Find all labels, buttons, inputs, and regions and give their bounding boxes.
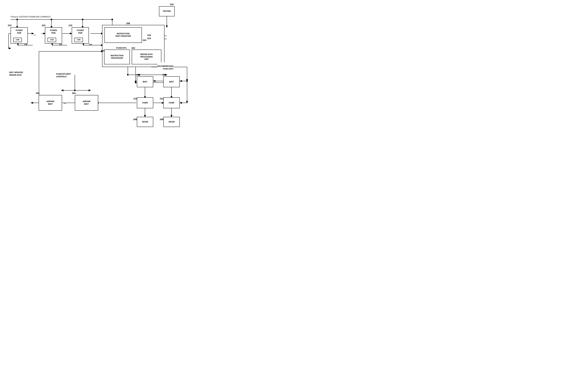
sram-2-box: SRAM: [163, 117, 180, 127]
bist-1-label: BIST: [143, 81, 147, 83]
ref-224: 224: [143, 39, 146, 42]
bist-updated-label: BIST UPDATED REPAIR DATA: [9, 69, 23, 76]
isr-label: INSTRUCTION SHIFT REGISTER: [115, 33, 131, 37]
ref-218: 218: [170, 3, 174, 6]
sram-1-box: SRAM: [137, 117, 153, 127]
bist-2-box: BIST: [163, 76, 180, 87]
bist-2-label: BIST: [169, 81, 174, 83]
edram-bist-1-box: eDRAM/ BIST: [39, 95, 62, 111]
isr-box: INSTRUCTION SHIFT REGISTER: [104, 27, 142, 43]
csr-2-inner: CSR: [48, 38, 56, 42]
fusecntl-bist-label: FUSECNTL/BIST CONTROLS: [56, 70, 71, 78]
edram-bist-2-label: eDRAM/ BIST: [83, 100, 91, 105]
svg-point-5: [16, 19, 18, 20]
ref-202-2: 202: [163, 74, 166, 76]
ref-208: 208: [126, 22, 130, 25]
fuser-psr-2-label: FUSER PSR: [45, 29, 62, 35]
svg-point-6: [51, 19, 52, 20]
farr-2-box: FARR: [163, 97, 180, 108]
ref-230-2: 230: [59, 44, 62, 46]
svg-point-43: [186, 80, 188, 82]
decompressed-fuse-label: DECOMPRESSED FUSE DATA: [157, 62, 173, 70]
fuser-psr-2-box: FUSER PSR CSR: [45, 27, 62, 44]
ref-220: 220: [101, 49, 105, 52]
tester-box: TESTER: [159, 6, 175, 16]
ref-222: 222: [131, 47, 135, 49]
edram-bist-2-box: eDRAM/ BIST: [75, 95, 98, 111]
fsource-label: FSource (TESTER FUSEBLOW CURRENT): [11, 16, 50, 18]
ref-204-2: 204: [72, 92, 76, 94]
ref-210-3: 210: [69, 24, 72, 27]
sram-1-label: SRAM: [142, 121, 148, 123]
fuser-psr-1-label: FUSER PSR: [11, 29, 27, 35]
ref-212-2: 212: [160, 97, 163, 100]
ip-label: INSTRUCTION PROCESSOR: [111, 54, 123, 59]
svg-point-8: [111, 19, 113, 20]
rdpu-box: REPAIR DATA PROCESSING UNIT: [132, 49, 161, 64]
fusecntl-label: FUSECNTL: [116, 47, 127, 49]
ref-216: 216: [147, 34, 151, 37]
farr-2-label: FARR: [169, 102, 174, 104]
tester-label: TESTER: [163, 10, 171, 13]
ref-204-1: 204: [36, 92, 40, 94]
svg-point-39: [135, 82, 136, 83]
csr-1-inner: CSR: [13, 38, 22, 42]
instruction-processor-box: INSTRUCTION PROCESSOR: [104, 49, 130, 64]
ref-206-2: 206: [160, 118, 163, 121]
svg-point-7: [82, 19, 83, 20]
ref-202-1: 202: [136, 74, 140, 76]
ref-230-3: 230: [89, 44, 92, 46]
csr-1-label: CSR: [16, 39, 19, 41]
fuser-psr-1-box: FUSER PSR CSR: [11, 27, 28, 44]
csr-2-label: CSR: [50, 39, 54, 41]
ref-210-1: 210: [8, 24, 11, 27]
ref-214: 214: [147, 37, 151, 40]
edram-bist-1-label: eDRAM/ BIST: [47, 100, 54, 105]
csr-3-label: CSR: [77, 39, 80, 41]
farr-1-box: FARR: [137, 97, 153, 108]
fuser-psr-3-label: FUSER PSR: [72, 29, 89, 35]
bist-1-box: BIST: [137, 76, 153, 87]
svg-point-59: [74, 89, 76, 91]
dots-2: ...: [64, 101, 66, 105]
ref-210-2: 210: [42, 24, 45, 27]
diagram: TESTER 218 208 INSTRUCTION SHIFT REGISTE…: [0, 0, 193, 131]
csr-3-inner: CSR: [74, 38, 83, 42]
ref-212-1: 212: [134, 97, 137, 100]
sram-2-label: SRAM: [169, 121, 174, 123]
dots-1: ...: [34, 32, 36, 36]
rdpu-label: REPAIR DATA PROCESSING UNIT: [140, 53, 153, 61]
svg-point-35: [127, 74, 129, 76]
fuser-psr-3-box: FUSER PSR CSR: [72, 27, 89, 44]
ref-230-1: 230: [24, 44, 27, 46]
ref-206-1: 206: [133, 118, 137, 121]
farr-1-label: FARR: [142, 102, 148, 104]
